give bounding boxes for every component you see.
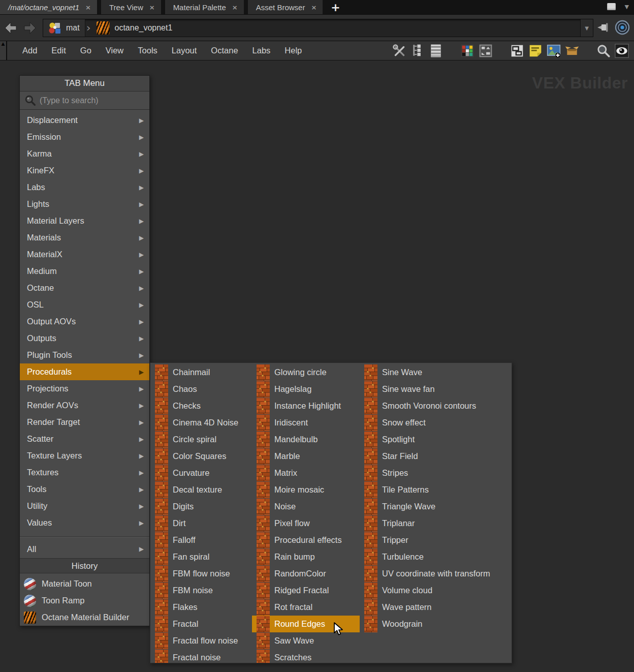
submenu-item[interactable]: Hagelslag: [252, 381, 360, 398]
menu-item[interactable]: Edit: [44, 46, 73, 55]
tab-menu-category[interactable]: Labs ▶: [20, 179, 149, 196]
window-maximize-icon[interactable]: [607, 3, 616, 10]
tab-menu-category[interactable]: Plugin Tools ▶: [20, 347, 149, 363]
submenu-item[interactable]: Chainmail: [150, 364, 252, 381]
tab-menu-category[interactable]: Material Layers ▶: [20, 212, 149, 229]
submenu-item[interactable]: Fractal flow noise: [150, 632, 252, 649]
submenu-item[interactable]: Checks: [150, 398, 252, 414]
submenu-item[interactable]: Digits: [150, 498, 252, 515]
close-icon[interactable]: ×: [232, 4, 238, 11]
palette-icon[interactable]: [460, 44, 474, 58]
pane-tab[interactable]: /mat/octane_vopnet1 ×: [0, 0, 97, 14]
menu-item[interactable]: Go: [73, 46, 99, 55]
history-item[interactable]: Material Toon: [20, 575, 149, 592]
tab-menu-category[interactable]: MaterialX ▶: [20, 246, 149, 263]
submenu-item[interactable]: Pixel flow: [252, 515, 360, 532]
submenu-item[interactable]: Rot fractal: [252, 599, 360, 616]
menu-item[interactable]: Help: [277, 46, 309, 55]
tab-menu-category[interactable]: Output AOVs ▶: [20, 313, 149, 330]
list-icon[interactable]: [429, 44, 443, 58]
tab-menu-category[interactable]: Texture Layers ▶: [20, 447, 149, 464]
magnifier-icon[interactable]: [596, 44, 611, 58]
eye-icon[interactable]: [615, 44, 629, 58]
submenu-item[interactable]: Rain bump: [252, 548, 360, 565]
tab-menu-category[interactable]: Render Target ▶: [20, 414, 149, 431]
pane-splitter-handle[interactable]: ▲: [0, 41, 7, 60]
tab-menu-category[interactable]: KineFX ▶: [20, 162, 149, 179]
pane-tab[interactable]: Tree View ×: [101, 0, 161, 14]
shape-grid-icon[interactable]: [479, 44, 493, 58]
forward-arrow-icon[interactable]: [21, 21, 37, 35]
submenu-item[interactable]: UV coordinate with transform: [360, 565, 512, 582]
submenu-item[interactable]: Stripes: [360, 465, 512, 481]
submenu-item[interactable]: Procedural effects: [252, 532, 360, 548]
tab-menu-category[interactable]: Projections ▶: [20, 380, 149, 397]
sticky-note-icon[interactable]: [528, 44, 543, 58]
tab-menu-category[interactable]: Scatter ▶: [20, 431, 149, 447]
submenu-item[interactable]: FBM noise: [150, 582, 252, 599]
submenu-item[interactable]: Woodgrain: [360, 616, 512, 632]
tab-menu-category[interactable]: Render AOVs ▶: [20, 397, 149, 414]
tree-view-icon[interactable]: [410, 44, 425, 58]
menu-item[interactable]: View: [99, 46, 131, 55]
history-item[interactable]: Toon Ramp: [20, 592, 149, 609]
pin-icon[interactable]: [596, 21, 610, 34]
submenu-item[interactable]: Decal texture: [150, 481, 252, 498]
tab-menu-category[interactable]: Medium ▶: [20, 263, 149, 280]
network-path-field[interactable]: mat › octane_vopnet1 ▼: [43, 19, 593, 37]
tab-menu-search[interactable]: (Type to search): [20, 91, 149, 110]
close-icon[interactable]: ×: [85, 4, 91, 11]
tab-menu-category[interactable]: Outputs ▶: [20, 330, 149, 347]
menu-item[interactable]: Layout: [165, 46, 204, 55]
submenu-item[interactable]: Cinema 4D Noise: [150, 414, 252, 431]
window-layout-icon[interactable]: [510, 44, 524, 58]
menu-item[interactable]: Add: [15, 46, 44, 55]
submenu-item[interactable]: Dirt: [150, 515, 252, 532]
menu-item[interactable]: Tools: [131, 46, 165, 55]
submenu-item[interactable]: Spotlight: [360, 431, 512, 448]
submenu-item[interactable]: Tripper: [360, 532, 512, 548]
tab-menu-category[interactable]: Octane ▶: [20, 280, 149, 296]
submenu-item[interactable]: Fractal: [150, 616, 252, 632]
tab-menu-category[interactable]: Karma ▶: [20, 145, 149, 162]
submenu-item[interactable]: Moire mosaic: [252, 481, 360, 498]
submenu-item[interactable]: Matrix: [252, 465, 360, 481]
tab-menu-category[interactable]: Materials ▶: [20, 229, 149, 246]
submenu-item[interactable]: Sine wave fan: [360, 381, 512, 398]
submenu-item[interactable]: Sine Wave: [360, 364, 512, 381]
tab-menu-all-item[interactable]: All ▶: [20, 541, 149, 557]
submenu-item[interactable]: Noise: [252, 498, 360, 515]
submenu-item[interactable]: Volume cloud: [360, 582, 512, 599]
pane-tab[interactable]: Material Palette ×: [165, 0, 244, 14]
new-tab-button[interactable]: +: [327, 0, 344, 14]
menu-item[interactable]: Octane: [204, 46, 245, 55]
submenu-item[interactable]: Chaos: [150, 381, 252, 398]
submenu-item[interactable]: Iridiscent: [252, 414, 360, 431]
breadcrumb-mat[interactable]: mat: [43, 19, 85, 37]
submenu-item[interactable]: Scratches: [252, 649, 360, 663]
tab-menu-category[interactable]: Emission ▶: [20, 129, 149, 145]
tab-menu-category[interactable]: OSL ▶: [20, 296, 149, 313]
submenu-item[interactable]: Fractal noise: [150, 649, 252, 663]
close-icon[interactable]: ×: [311, 4, 316, 11]
submenu-item[interactable]: Triplanar: [360, 515, 512, 532]
submenu-item[interactable]: Instance Highlight: [252, 398, 360, 414]
tab-menu-category[interactable]: Procedurals ▶: [20, 363, 149, 380]
window-menu-caret-icon[interactable]: ▼: [625, 4, 629, 10]
submenu-item[interactable]: Mandelbulb: [252, 431, 360, 448]
submenu-item[interactable]: Round Edges: [252, 616, 360, 632]
submenu-item[interactable]: Tile Patterns: [360, 481, 512, 498]
pane-tab[interactable]: Asset Browser ×: [248, 0, 323, 14]
close-icon[interactable]: ×: [149, 4, 155, 11]
breadcrumb-octane-vopnet1[interactable]: octane_vopnet1: [91, 19, 177, 37]
tab-menu-category[interactable]: Lights ▶: [20, 196, 149, 212]
submenu-item[interactable]: Fan spiral: [150, 548, 252, 565]
submenu-item[interactable]: Glowing circle: [252, 364, 360, 381]
submenu-item[interactable]: RandomColor: [252, 565, 360, 582]
path-dropdown-button[interactable]: ▼: [580, 19, 593, 37]
tools-icon[interactable]: [392, 44, 406, 58]
submenu-item[interactable]: Star Field: [360, 448, 512, 465]
radial-menu-icon[interactable]: [615, 20, 630, 35]
tab-menu-category[interactable]: Values ▶: [20, 514, 149, 531]
submenu-item[interactable]: Saw Wave: [252, 632, 360, 649]
